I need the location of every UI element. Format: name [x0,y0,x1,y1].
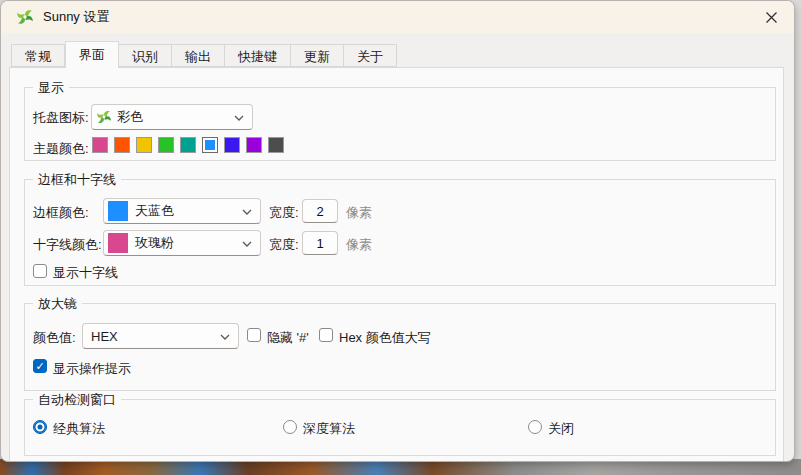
color-format-value: HEX [91,329,118,344]
border-color-value: 天蓝色 [135,202,174,220]
theme-color-label: 主题颜色: [33,140,89,158]
show-tips-label[interactable]: 显示操作提示 [53,360,131,378]
border-color-swatch [108,201,128,221]
group-magnifier: 放大镜 颜色值: HEX 隐藏 '#' Hex 颜色值大写 ✓ 显示操作提示 [24,303,776,391]
tab-output[interactable]: 输出 [172,44,225,67]
show-tips-checkbox[interactable]: ✓ [33,359,47,373]
group-autodetect-legend: 自动检测窗口 [33,391,121,409]
radio-classic-algorithm[interactable] [33,420,47,434]
radio-off[interactable] [528,420,542,434]
tab-general[interactable]: 常规 [11,44,65,67]
tray-icon-value: 彩色 [117,108,143,126]
group-border-crosshair: 边框和十字线 边框颜色: 天蓝色 宽度: 像素 十字线颜色: 玫瑰粉 [24,179,776,286]
group-magnifier-legend: 放大镜 [33,295,82,313]
tray-color-icon [96,109,112,125]
chevron-down-icon [219,331,231,343]
tab-recognition[interactable]: 识别 [119,44,172,67]
crosshair-color-select[interactable]: 玫瑰粉 [103,230,261,256]
crosshair-color-label: 十字线颜色: [33,236,102,254]
titlebar[interactable]: Sunny 设置 [1,1,794,33]
radio-deep-algorithm[interactable] [283,420,297,434]
theme-swatch-gold[interactable] [136,137,152,153]
tab-update[interactable]: 更新 [291,44,344,67]
crosshair-color-value: 玫瑰粉 [135,234,174,252]
tab-page-interface: 显示 托盘图标: 彩色 主题颜色: [9,67,784,462]
border-width-unit: 像素 [346,204,372,222]
group-display-legend: 显示 [33,79,69,97]
color-value-label: 颜色值: [33,329,76,347]
crosshair-width-label: 宽度: [269,236,299,254]
app-icon [16,8,34,26]
radio-classic-label[interactable]: 经典算法 [53,420,105,438]
crosshair-color-swatch [108,233,128,253]
tab-about[interactable]: 关于 [344,44,397,67]
tray-icon-select[interactable]: 彩色 [91,104,253,130]
theme-swatch-gray[interactable] [268,137,284,153]
theme-swatch-pink[interactable] [92,137,108,153]
radio-deep-label[interactable]: 深度算法 [303,420,355,438]
hide-hash-checkbox[interactable] [247,328,261,342]
hex-uppercase-checkbox[interactable] [319,328,333,342]
group-autodetect: 自动检测窗口 经典算法 深度算法 关闭 [24,399,776,456]
theme-swatch-purple[interactable] [246,137,262,153]
theme-swatch-green[interactable] [158,137,174,153]
group-border-legend: 边框和十字线 [33,171,121,189]
hide-hash-label[interactable]: 隐藏 '#' [267,329,309,347]
chevron-down-icon [241,206,253,218]
show-crosshair-label[interactable]: 显示十字线 [53,264,118,282]
close-button[interactable] [748,1,794,33]
border-color-select[interactable]: 天蓝色 [103,198,261,224]
border-width-label: 宽度: [269,204,299,222]
tray-icon-label: 托盘图标: [33,109,89,127]
tab-strip: 常规 界面 识别 输出 快捷键 更新 关于 [11,41,397,67]
theme-swatch-orange[interactable] [114,137,130,153]
border-width-input[interactable] [302,199,338,223]
radio-off-label[interactable]: 关闭 [548,420,574,438]
tab-hotkeys[interactable]: 快捷键 [225,44,291,67]
crosshair-width-input[interactable] [302,231,338,255]
theme-color-swatches [92,137,284,153]
hex-uppercase-label[interactable]: Hex 颜色值大写 [339,329,431,347]
settings-window: Sunny 设置 常规 界面 识别 输出 快捷键 更新 关于 显示 托盘图标: [0,0,795,462]
crosshair-width-unit: 像素 [346,236,372,254]
show-crosshair-checkbox[interactable] [33,264,47,278]
border-color-label: 边框颜色: [33,204,89,222]
chevron-down-icon [241,238,253,250]
theme-swatch-indigo[interactable] [224,137,240,153]
color-format-select[interactable]: HEX [82,323,239,349]
group-display: 显示 托盘图标: 彩色 主题颜色: [24,87,776,161]
close-icon [765,11,778,24]
theme-swatch-blue-selected[interactable] [202,137,218,153]
chevron-down-icon [233,112,245,124]
tab-interface[interactable]: 界面 [65,41,119,68]
window-title: Sunny 设置 [43,8,109,26]
theme-swatch-teal[interactable] [180,137,196,153]
